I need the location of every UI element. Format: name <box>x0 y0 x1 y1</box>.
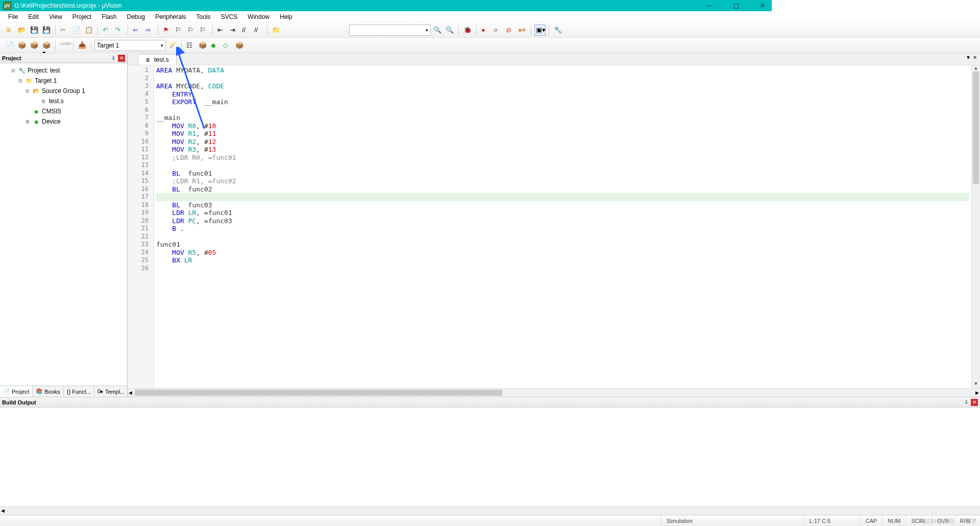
pin-icon[interactable]: ⇩ <box>110 55 117 62</box>
build-output-panel: Build Output ⇩ ✕ ◀ <box>0 397 980 515</box>
device-node[interactable]: ⊞◆Device <box>1 116 126 127</box>
build-icon[interactable]: 📦 <box>16 40 28 51</box>
maximize-button[interactable]: ▢ <box>730 1 742 10</box>
source-group-node[interactable]: ⊟📂Source Group 1 <box>1 86 126 96</box>
separator <box>531 25 531 35</box>
separator <box>549 25 549 35</box>
horizontal-scrollbar[interactable]: ◀ ▶ <box>128 388 980 397</box>
nav-back-icon[interactable]: ⇐ <box>131 25 142 36</box>
tab-close-icon[interactable]: ✕ <box>973 55 977 60</box>
redo-icon[interactable]: ↷ <box>113 25 125 36</box>
status-num: NUM <box>882 515 905 526</box>
bookmark-icon[interactable]: ⚑ <box>161 25 173 36</box>
panel-close-icon[interactable]: ✕ <box>971 399 978 406</box>
menu-help[interactable]: Help <box>275 12 298 21</box>
menu-file[interactable]: File <box>3 12 23 21</box>
project-root[interactable]: ⊟🔧Project: test <box>1 65 126 76</box>
build-output-title: Build Output <box>2 399 962 405</box>
manage-rte-icon[interactable]: ☷ <box>185 40 196 51</box>
minimize-button[interactable]: — <box>703 1 716 10</box>
tab-templates[interactable]: 0▸Templ... <box>94 386 129 397</box>
bookmark-clear-icon[interactable]: ⚐ <box>198 25 209 36</box>
build-output-body[interactable] <box>0 408 980 506</box>
output-hscroll[interactable]: ◀ <box>0 506 980 515</box>
menubar: File Edit View Project Flash Debug Perip… <box>0 11 980 22</box>
breakpoint-disable-icon[interactable]: ○ <box>492 25 503 36</box>
menu-peripherals[interactable]: Peripherals <box>150 12 191 21</box>
comment-icon[interactable]: // <box>240 25 252 36</box>
new-file-icon[interactable]: 🗎 <box>4 25 15 36</box>
download-icon[interactable]: 📥 <box>77 40 88 51</box>
breakpoint-kill-icon[interactable]: ⊘ <box>504 25 516 36</box>
titlebar: µV G:\KeilProject\test\test.uvprojx - µV… <box>0 0 772 11</box>
pack-installer-alt-icon[interactable]: ◇ <box>222 40 233 51</box>
target-combo[interactable]: Target 1▾ <box>94 40 166 51</box>
debug-icon[interactable]: 🐞 <box>462 25 473 36</box>
select-packs-icon[interactable]: 📦 <box>197 40 208 51</box>
undo-icon[interactable]: ↶ <box>101 25 112 36</box>
project-tree[interactable]: ⊟🔧Project: test ⊟📁Target 1 ⊟📂Source Grou… <box>0 63 127 386</box>
indent-right-icon[interactable]: ⇥ <box>228 25 239 36</box>
hscroll-thumb[interactable] <box>135 390 502 396</box>
vertical-scrollbar[interactable]: ▲ ▼ <box>971 65 980 388</box>
bookmark-prev-icon[interactable]: ⚐ <box>174 25 185 36</box>
breakpoint-insert-icon[interactable]: ● <box>480 25 491 36</box>
code-editor[interactable]: 1234567891011121314151617181920212223242… <box>128 65 980 388</box>
find-icon[interactable]: 🔍 <box>432 25 443 36</box>
paste-icon[interactable]: 📋 <box>83 25 94 36</box>
open-file-icon[interactable]: 📂 <box>16 25 28 36</box>
rebuild-icon[interactable]: 📦 <box>29 40 40 51</box>
separator <box>73 40 74 51</box>
menu-edit[interactable]: Edit <box>23 12 44 21</box>
bookmark-next-icon[interactable]: ⚐ <box>186 25 197 36</box>
find-combo[interactable]: ▾ <box>349 25 431 36</box>
tab-functions[interactable]: {}Funct... <box>64 386 94 397</box>
incremental-find-icon[interactable]: 🔍 <box>444 25 455 36</box>
uncomment-icon[interactable]: // <box>253 25 264 36</box>
tab-project[interactable]: 📄Project <box>0 386 33 397</box>
target-node[interactable]: ⊟📁Target 1 <box>1 76 126 86</box>
statusbar: Simulation L:17 C:5 CAP NUM SCRL OVR R/W <box>0 515 980 526</box>
pack-installer-icon[interactable]: ◆ <box>209 40 220 51</box>
translate-icon[interactable]: 📄 <box>4 40 15 51</box>
menu-project[interactable]: Project <box>67 12 96 21</box>
separator <box>267 25 267 35</box>
breakpoint-all-icon[interactable]: ●▾ <box>517 25 528 36</box>
tab-books[interactable]: 📚Books <box>33 386 64 397</box>
manage-components-icon[interactable]: 📦 <box>234 40 245 51</box>
project-panel-header: Project ⇩ ✕ <box>0 53 127 63</box>
copy-icon[interactable]: 📄 <box>71 25 82 36</box>
find-in-files-icon[interactable]: 📁 <box>271 25 282 36</box>
menu-view[interactable]: View <box>44 12 67 21</box>
menu-svcs[interactable]: SVCS <box>216 12 243 21</box>
watermark: CSDN @醉意、千层梦 <box>920 517 977 525</box>
project-panel-title: Project <box>2 55 109 61</box>
options-target-icon[interactable]: 🪄 <box>167 40 178 51</box>
menu-debug[interactable]: Debug <box>122 12 150 21</box>
separator <box>128 25 128 35</box>
menu-flash[interactable]: Flash <box>96 12 121 21</box>
source-file-node[interactable]: 🗎test.s <box>1 96 126 106</box>
save-icon[interactable]: 💾 <box>29 25 40 36</box>
close-button[interactable]: ✕ <box>756 1 769 10</box>
file-tab-test-s[interactable]: 🗎 test.s <box>138 54 177 65</box>
save-all-icon[interactable]: 💾 <box>41 25 52 36</box>
scrollbar-thumb[interactable] <box>973 71 979 184</box>
indent-left-icon[interactable]: ⇤ <box>216 25 227 36</box>
separator <box>181 40 182 51</box>
batch-build-icon[interactable]: 📦▾ <box>41 40 52 51</box>
separator <box>476 25 477 35</box>
cut-icon[interactable]: ✂ <box>59 25 70 36</box>
menu-tools[interactable]: Tools <box>191 12 216 21</box>
stop-build-icon[interactable]: LOAD <box>59 40 70 51</box>
line-gutter: 1234567891011121314151617181920212223242… <box>128 65 154 388</box>
window-layout-icon[interactable]: ▣▾ <box>534 25 546 36</box>
nav-forward-icon[interactable]: ⇒ <box>143 25 155 36</box>
configure-icon[interactable]: 🔧 <box>552 25 564 36</box>
cmsis-node[interactable]: ◆CMSIS <box>1 106 126 116</box>
pin-icon[interactable]: ⇩ <box>963 399 970 406</box>
tab-dropdown-icon[interactable]: ▼ <box>966 55 971 60</box>
menu-window[interactable]: Window <box>242 12 275 21</box>
panel-close-icon[interactable]: ✕ <box>118 55 125 62</box>
code-content[interactable]: AREA MYDATA, DATAAREA MYCODE, CODE ENTRY… <box>154 65 971 388</box>
